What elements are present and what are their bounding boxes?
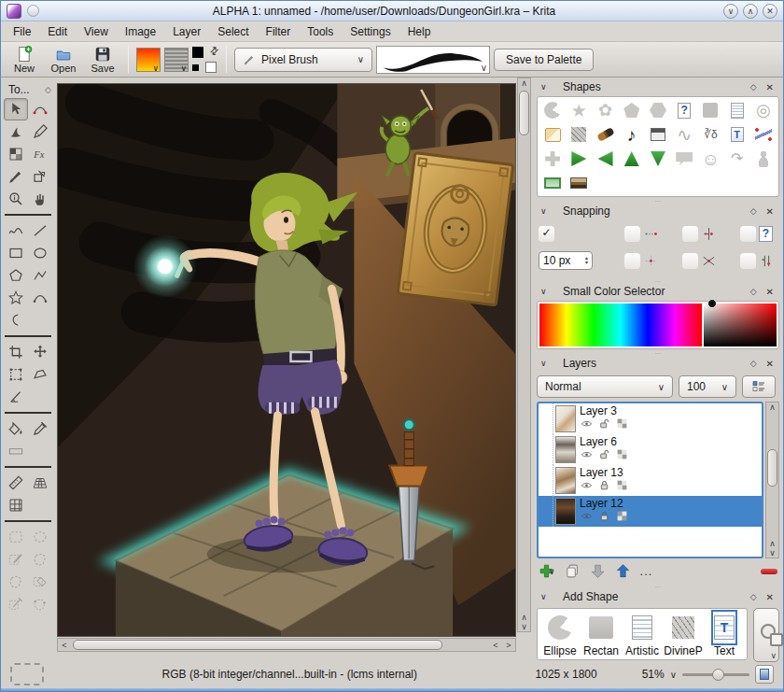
close-icon[interactable]: ✕: [766, 359, 774, 369]
ellipse-tool[interactable]: [28, 242, 52, 264]
pattern-chooser-button[interactable]: ∨: [164, 48, 189, 72]
layer-more-button[interactable]: ...: [640, 564, 653, 578]
fuzzy-select-tool[interactable]: [28, 548, 52, 571]
menu-item[interactable]: Filter: [258, 23, 300, 40]
shape-collections-button[interactable]: ∨: [753, 608, 779, 662]
menu-item[interactable]: Settings: [342, 23, 399, 40]
layer-name[interactable]: Layer 3: [580, 404, 762, 417]
close-icon[interactable]: ✕: [766, 592, 774, 602]
add-shape-artistic-text[interactable]: Artistic: [622, 613, 663, 657]
hue-strip[interactable]: [539, 304, 702, 346]
path-select-tool[interactable]: [28, 593, 52, 615]
ellipse-select-tool[interactable]: [28, 526, 52, 548]
menu-item[interactable]: File: [5, 23, 39, 40]
open-button[interactable]: Open: [46, 46, 81, 74]
paint-brush-tool[interactable]: [4, 165, 28, 188]
freehand-path-tool[interactable]: [4, 219, 28, 242]
layer-lock-icon[interactable]: [597, 417, 611, 430]
delete-layer-button[interactable]: [761, 569, 777, 574]
unknown-shape-icon[interactable]: ?: [673, 101, 695, 120]
new-button[interactable]: New: [7, 46, 42, 74]
callout-shape-icon[interactable]: [673, 149, 695, 168]
snap-intersection-checkbox[interactable]: [682, 253, 698, 269]
square-shape-icon[interactable]: [699, 101, 721, 120]
menu-item[interactable]: Help: [399, 23, 440, 40]
hexagon-shape-icon[interactable]: [647, 101, 669, 120]
layer-visibility-icon[interactable]: [580, 448, 594, 460]
menu-item[interactable]: Select: [209, 23, 257, 40]
snap-help-checkbox[interactable]: [740, 226, 756, 242]
move-layer-up-button[interactable]: [615, 563, 631, 579]
rect-select-tool[interactable]: [4, 526, 28, 548]
curve-tool[interactable]: [28, 287, 52, 309]
color-picker-tool[interactable]: [28, 417, 52, 440]
menu-item[interactable]: Layer: [164, 23, 209, 40]
titlebar[interactable]: ALPHA 1: unnamed - /home/user/Downloads/…: [1, 1, 783, 21]
pentagon-shape-icon[interactable]: [621, 101, 643, 120]
scroll-right-icon[interactable]: >: [502, 641, 515, 650]
layer-view-options-button[interactable]: [742, 375, 776, 398]
zoom-tool[interactable]: [4, 188, 28, 210]
spiral-shape-icon[interactable]: ◎: [752, 101, 775, 120]
fg-bg-color-widget[interactable]: ⇄: [192, 47, 218, 73]
scroll-left-icon[interactable]: <: [58, 641, 71, 650]
selection-mode-icon[interactable]: [10, 663, 44, 685]
menu-item[interactable]: Image: [117, 23, 164, 40]
opacity-combo[interactable]: 100 ∨: [679, 375, 736, 398]
perspective-grid-tool[interactable]: [28, 472, 52, 494]
image-shape-icon[interactable]: [567, 174, 590, 192]
collapse-icon[interactable]: ∨: [540, 82, 555, 92]
collapse-icon[interactable]: ∨: [540, 359, 555, 368]
float-icon[interactable]: ◇: [45, 85, 51, 94]
plus-shape-icon[interactable]: [541, 149, 564, 168]
layer-list[interactable]: Layer 3: [537, 402, 763, 558]
layer-alpha-icon[interactable]: [615, 417, 629, 430]
blend-mode-combo[interactable]: Normal ∨: [537, 375, 673, 398]
collapse-icon[interactable]: ∨: [540, 287, 555, 296]
default-colors-icon[interactable]: [192, 64, 199, 71]
zoom-slider-thumb[interactable]: [712, 669, 724, 681]
close-icon[interactable]: ✕: [766, 82, 774, 92]
arrow-curve-shape-icon[interactable]: ↷: [726, 149, 749, 168]
ruler-assistant-tool[interactable]: [4, 472, 28, 494]
zoom-level[interactable]: 51%: [642, 668, 665, 681]
canvas-hscrollbar[interactable]: < < >: [57, 638, 516, 652]
maximize-button[interactable]: ∧: [743, 4, 758, 19]
swap-colors-icon[interactable]: ⇄: [207, 43, 222, 58]
arrow-up-shape-icon[interactable]: [621, 149, 643, 168]
close-icon[interactable]: ✕: [766, 287, 774, 297]
gradient-chooser-button[interactable]: ∨: [136, 48, 161, 72]
arrow-right-shape-icon[interactable]: [567, 149, 590, 168]
polyline-tool[interactable]: [28, 264, 52, 287]
pan-tool[interactable]: [28, 188, 52, 210]
scroll-up-icon[interactable]: ∧: [518, 613, 531, 622]
background-color-swatch[interactable]: [205, 62, 217, 73]
music-note-shape-icon[interactable]: ♪: [621, 125, 643, 144]
person-shape-icon[interactable]: [752, 149, 775, 168]
dyna-brush-tool[interactable]: [28, 165, 52, 188]
perspective-transform-tool[interactable]: [28, 363, 52, 386]
layer-thumbnail[interactable]: [555, 467, 576, 494]
scroll-up-icon[interactable]: ∧: [766, 539, 779, 548]
hatching-shape-icon[interactable]: [567, 125, 590, 144]
rectangle-tool[interactable]: [4, 242, 28, 264]
wave-shape-icon[interactable]: ∿: [673, 125, 695, 144]
magnetic-select-tool[interactable]: [4, 593, 28, 615]
layer-list-scrollbar[interactable]: ∧ ∧ ∨: [765, 402, 779, 558]
saturation-value-square[interactable]: [704, 304, 777, 346]
menu-item[interactable]: Tools: [299, 23, 342, 40]
grid-tool[interactable]: [4, 494, 28, 516]
fit-canvas-button[interactable]: [755, 665, 774, 684]
calligraphy-tool[interactable]: [4, 120, 28, 143]
star-tool[interactable]: [4, 287, 28, 309]
outline-select-tool[interactable]: [4, 571, 28, 593]
save-to-palette-button[interactable]: Save to Palette: [494, 49, 594, 71]
text-doc-shape-icon[interactable]: [726, 101, 749, 120]
edit-shapes-tool[interactable]: [28, 98, 52, 120]
layer-alpha-icon[interactable]: [615, 510, 629, 522]
collapse-icon[interactable]: ∨: [540, 592, 555, 601]
filter-op-tool[interactable]: [28, 143, 52, 165]
snap-enable-checkbox[interactable]: ✓: [539, 226, 554, 242]
layer-alpha-icon[interactable]: [615, 479, 629, 491]
layer-visibility-icon[interactable]: [580, 417, 594, 430]
